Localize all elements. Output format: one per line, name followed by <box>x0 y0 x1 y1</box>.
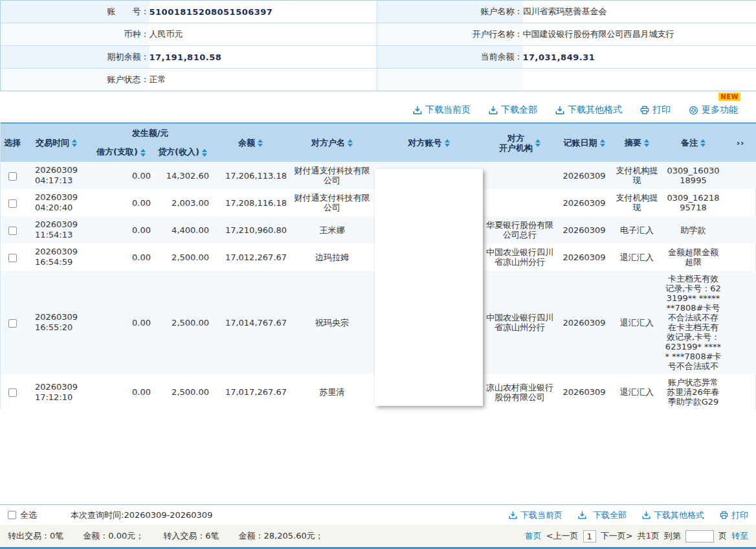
cell-counterparty-name: 苏里清 <box>289 374 375 410</box>
more-functions-button[interactable]: 更多功能 <box>689 104 738 116</box>
row-checkbox[interactable] <box>8 227 17 235</box>
header-booking-date[interactable]: 记账日期 <box>557 123 612 162</box>
bottom-download-current-page-button[interactable]: 下载当前页 <box>509 510 562 521</box>
cell-credit: 2,500.00 <box>153 374 212 410</box>
transaction-table-wrap: 选择 交易时间 发生额/元 余额 对方户名 对方账号 对方 开户机构 记账日期 … <box>0 122 756 410</box>
header-balance[interactable]: 余额 <box>212 123 289 162</box>
new-badge: NEW <box>718 93 740 101</box>
cell-more <box>724 162 756 189</box>
incoming-count: 转入交易：6笔 <box>163 530 219 542</box>
cell-select <box>1 243 24 271</box>
download-icon <box>413 106 422 115</box>
gear-icon <box>689 106 698 115</box>
account-info-table: 账 号： 51001815208051506397 账户名称： 四川省索玛慈善基… <box>0 0 756 91</box>
cell-time: 2026030904:20:40 <box>24 189 89 216</box>
opening-bank-value: 中国建设银行股份有限公司西昌月城支行 <box>523 23 756 46</box>
cell-remark: 0309_1621895718 <box>662 189 724 216</box>
download-other-format-button[interactable]: 下载其他格式 <box>555 104 622 116</box>
select-all-checkbox[interactable] <box>8 511 16 519</box>
row-checkbox[interactable] <box>8 388 17 397</box>
cell-counterparty-bank: 凉山农村商业银行股份有限公司 <box>483 374 557 410</box>
empty-label <box>377 69 523 91</box>
redaction-overlay <box>375 169 483 406</box>
download-icon <box>642 511 650 519</box>
cell-credit: 4,400.00 <box>153 216 212 243</box>
cell-summary: 退汇汇入 <box>612 243 662 271</box>
goto-page-input[interactable] <box>685 530 714 543</box>
download-all-button[interactable]: 下载全部 <box>489 104 537 116</box>
cell-counterparty-bank: 中国农业银行四川省凉山州分行 <box>483 243 557 271</box>
cell-time: 2026030917:12:10 <box>24 374 89 410</box>
cell-select <box>1 271 24 374</box>
cell-select <box>1 216 24 243</box>
bottom-download-all-button[interactable]: 下载全部 <box>578 510 627 521</box>
goto-button[interactable]: 转至 <box>731 530 748 542</box>
cell-counterparty-bank: 华夏银行股份有限公司总行 <box>483 216 557 243</box>
cell-balance: 17,012,267.67 <box>212 243 289 271</box>
header-counterparty-bank[interactable]: 对方 开户机构 <box>483 123 557 162</box>
header-remark[interactable]: 备注 <box>662 123 724 162</box>
cell-credit: 14,302.60 <box>153 162 212 189</box>
incoming-amount: 金额：28,205.60元； <box>239 530 324 542</box>
cell-remark: 账户状态异常苏里清26年春季助学款G29 <box>662 374 724 410</box>
bottom-print-button[interactable]: 打印 <box>720 510 748 521</box>
cell-more <box>724 216 756 243</box>
download-icon <box>489 106 498 115</box>
opening-balance-value: 17,191,810.58 <box>150 46 377 69</box>
cell-select <box>1 162 24 189</box>
download-icon <box>578 511 586 519</box>
header-counterparty-account[interactable]: 对方账号 <box>375 123 483 162</box>
outgoing-amount: 金额：0.00元； <box>83 530 144 542</box>
header-credit[interactable]: 贷方(收入) <box>153 142 212 162</box>
header-summary[interactable]: 摘要 <box>612 123 662 162</box>
header-debit[interactable]: 借方(支取) <box>89 142 153 162</box>
opening-bank-label: 开户行名称： <box>377 23 523 46</box>
row-checkbox[interactable] <box>8 254 17 262</box>
cell-debit: 0.00 <box>89 216 153 243</box>
cell-time: 2026030916:54:59 <box>24 243 89 271</box>
summary-bar: 转出交易：0笔 金额：0.00元； 转入交易：6笔 金额：28,205.60元；… <box>0 525 756 547</box>
header-counterparty-name[interactable]: 对方户名 <box>289 123 375 162</box>
cell-summary: 支付机构提现 <box>612 189 662 216</box>
cell-booking-date: 20260309 <box>557 216 612 243</box>
double-chevron-icon: ›› <box>737 138 745 148</box>
sort-icon <box>348 139 353 147</box>
prev-page-link[interactable]: <上一页 <box>546 530 579 542</box>
empty-value <box>523 69 756 91</box>
more-columns-button[interactable]: ›› <box>724 123 756 162</box>
cell-booking-date: 20260309 <box>557 374 612 410</box>
goto-label: 到第 <box>664 530 681 542</box>
next-page-link[interactable]: 下一页> <box>601 530 633 542</box>
row-checkbox[interactable] <box>8 319 17 328</box>
current-page-number[interactable]: 1 <box>583 530 596 543</box>
header-transaction-time[interactable]: 交易时间 <box>24 123 89 162</box>
row-checkbox[interactable] <box>8 199 17 208</box>
header-amount-group: 发生额/元 <box>89 123 212 142</box>
cell-more <box>724 243 756 271</box>
bottom-download-other-format-button[interactable]: 下载其他格式 <box>642 510 704 521</box>
cell-remark: 卡主档无有效记录,卡号：623199** ***** **7808#卡号不合法或… <box>662 271 724 374</box>
top-toolbar: 下载当前页 下载全部 下载其他格式 打印 更多功能 NEW <box>0 91 756 122</box>
first-page-link[interactable]: 首页 <box>525 530 542 542</box>
row-checkbox[interactable] <box>8 172 17 181</box>
cell-booking-date: 20260309 <box>557 243 612 271</box>
account-name-value: 四川省索玛慈善基金会 <box>523 1 756 23</box>
cell-more <box>724 271 756 374</box>
sort-icon <box>700 139 706 147</box>
header-select: 选择 <box>1 123 24 162</box>
download-icon <box>509 511 517 519</box>
cell-balance: 17,208,116.18 <box>212 189 289 216</box>
transaction-detail-page: 账 号： 51001815208051506397 账户名称： 四川省索玛慈善基… <box>0 0 756 549</box>
current-balance-value: 17,031,849.31 <box>523 46 756 69</box>
cell-counterparty-bank <box>483 189 557 216</box>
sort-icon <box>445 139 450 147</box>
goto-unit: 页 <box>718 530 727 542</box>
print-button[interactable]: 打印 <box>640 104 671 116</box>
download-current-page-button[interactable]: 下载当前页 <box>413 104 471 116</box>
cell-time: 2026030916:55:20 <box>24 271 89 374</box>
cell-booking-date: 20260309 <box>557 189 612 216</box>
currency-label: 币种： <box>1 23 150 46</box>
cell-debit: 0.00 <box>89 374 153 410</box>
outgoing-count: 转出交易：0笔 <box>8 530 63 542</box>
printer-icon <box>720 511 728 519</box>
